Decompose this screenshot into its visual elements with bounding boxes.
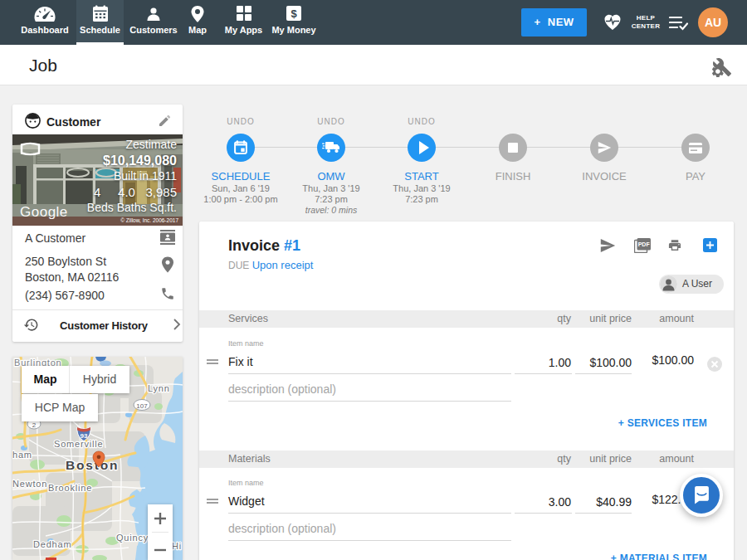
svg-text:Boston: Boston: [66, 458, 119, 472]
svg-text:PDF: PDF: [638, 241, 651, 247]
svg-text:Brookline: Brookline: [48, 483, 92, 493]
svg-text:Hi: Hi: [172, 541, 182, 551]
svg-text:Somerville: Somerville: [54, 439, 103, 449]
svg-text:2: 2: [32, 421, 37, 429]
svg-text:Quincy: Quincy: [116, 533, 149, 543]
svg-text:Lynn: Lynn: [148, 383, 170, 393]
svg-text:107: 107: [136, 402, 148, 410]
svg-text:93: 93: [81, 432, 88, 440]
svg-text:Newton: Newton: [12, 479, 47, 489]
svg-text:ham: ham: [12, 450, 32, 460]
svg-text:$: $: [290, 7, 297, 20]
svg-text:Dedham: Dedham: [33, 539, 71, 549]
